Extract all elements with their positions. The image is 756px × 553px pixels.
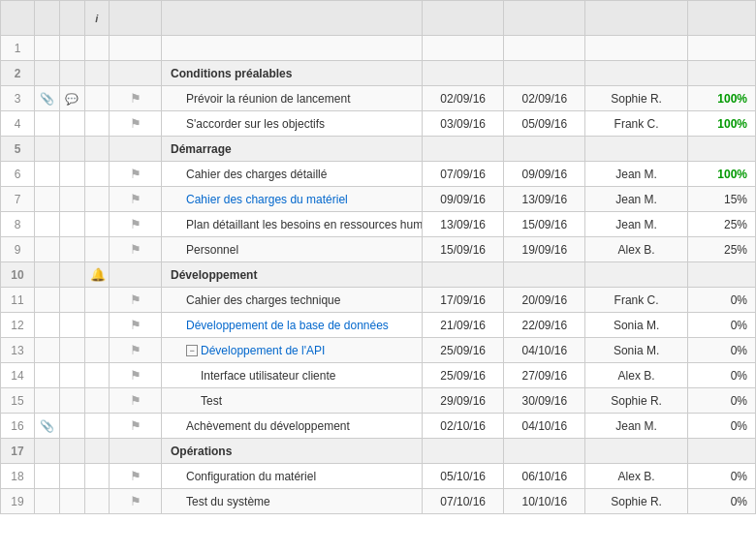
- attach-icon: [35, 313, 60, 338]
- header-assign: [585, 1, 687, 36]
- end-date: 13/09/16: [504, 187, 585, 212]
- row-number: 1: [1, 36, 35, 61]
- pct-value: 100%: [717, 168, 747, 181]
- percent-complete: 0%: [687, 288, 755, 313]
- task-label: Interface utilisateur cliente: [167, 369, 335, 383]
- assignee: [585, 137, 687, 162]
- message-icon: [59, 388, 84, 414]
- start-date: 25/09/16: [423, 338, 504, 363]
- task-label: Cahier des charges du matériel: [167, 193, 348, 206]
- message-icon: [59, 212, 84, 237]
- table-row: 11⚑Cahier des charges technique17/09/162…: [1, 288, 756, 313]
- flag-icon: ⚑: [130, 91, 142, 106]
- percent-complete: 0%: [687, 489, 755, 514]
- attach-icon: [35, 187, 60, 212]
- task-name: −Développement de l'API: [162, 338, 423, 363]
- percent-complete: 0%: [687, 338, 755, 363]
- attach-icon: [35, 212, 60, 237]
- task-name: Démarrage: [162, 137, 423, 162]
- risk-flag: ⚑: [110, 489, 162, 514]
- attach-icon: [35, 111, 60, 137]
- collapse-button[interactable]: −: [186, 345, 198, 356]
- start-date: [423, 439, 504, 464]
- table-row: 16📎⚑Achèvement du développement02/10/160…: [1, 414, 756, 439]
- task-label: Test: [167, 394, 222, 408]
- start-date: [423, 36, 504, 61]
- table-row: 15⚑Test29/09/1630/09/16Sophie R.0%: [1, 388, 756, 414]
- section-label: Développement: [167, 268, 257, 282]
- assignee: [585, 439, 687, 464]
- assignee: Sophie R.: [585, 388, 687, 414]
- pct-value: 25%: [724, 243, 747, 257]
- risk-flag: [110, 262, 162, 288]
- info-cell: [84, 111, 110, 137]
- end-date: 27/09/16: [504, 363, 585, 388]
- header-msg: [59, 1, 84, 36]
- assignee: Jean M.: [585, 212, 687, 237]
- flag-icon: ⚑: [130, 116, 142, 131]
- assignee: Alex B.: [585, 464, 687, 489]
- message-icon: [59, 363, 84, 388]
- table-row: 17Opérations: [1, 439, 756, 464]
- start-date: 02/10/16: [423, 414, 504, 439]
- row-number: 8: [1, 212, 35, 237]
- task-name: Achèvement du développement: [162, 414, 423, 439]
- assignee: Sophie R.: [585, 489, 687, 514]
- info-cell: [84, 439, 110, 464]
- task-label: Développement de la base de données: [167, 319, 389, 332]
- message-icon: [59, 61, 84, 86]
- end-date: 06/10/16: [504, 464, 585, 489]
- assignee: Jean M.: [585, 162, 687, 187]
- table-row: 6⚑Cahier des charges détaillé07/09/1609/…: [1, 162, 756, 187]
- risk-flag: ⚑: [110, 212, 162, 237]
- header-num: [1, 1, 35, 36]
- task-label: Achèvement du développement: [167, 419, 350, 433]
- assignee: [585, 262, 687, 288]
- table-row: 5Démarrage: [1, 137, 756, 162]
- task-name: S'accorder sur les objectifs: [162, 111, 423, 137]
- header-info: i: [84, 1, 110, 36]
- message-icon: [59, 162, 84, 187]
- task-label: Cahier des charges détaillé: [167, 168, 327, 181]
- end-date: [504, 61, 585, 86]
- percent-complete: [687, 36, 755, 61]
- percent-complete: [687, 137, 755, 162]
- risk-flag: [110, 61, 162, 86]
- row-number: 2: [1, 61, 35, 86]
- assignee: Jean M.: [585, 187, 687, 212]
- row-number: 18: [1, 464, 35, 489]
- info-cell: [84, 162, 110, 187]
- percent-complete: 25%: [687, 237, 755, 262]
- row-number: 16: [1, 414, 35, 439]
- percent-complete: 100%: [687, 111, 755, 137]
- attach-icon: [35, 36, 60, 61]
- row-number: 6: [1, 162, 35, 187]
- risk-flag: [110, 137, 162, 162]
- attach-icon: [35, 363, 60, 388]
- risk-flag: [110, 439, 162, 464]
- info-cell: [84, 212, 110, 237]
- attach-icon: 📎: [35, 414, 60, 439]
- task-name: Cahier des charges technique: [162, 288, 423, 313]
- info-cell: [84, 86, 110, 111]
- info-cell: [84, 414, 110, 439]
- row-number: 13: [1, 338, 35, 363]
- risk-flag: ⚑: [110, 313, 162, 338]
- start-date: [423, 262, 504, 288]
- header-pct: [687, 1, 755, 36]
- message-icon: [59, 313, 84, 338]
- task-label: Test du système: [167, 495, 270, 508]
- info-cell: [84, 388, 110, 414]
- gantt-table: i 12Conditions préalables3📎💬⚑Prévoir la …: [0, 0, 756, 514]
- start-date: 09/09/16: [423, 187, 504, 212]
- table-row: 3📎💬⚑Prévoir la réunion de lancement02/09…: [1, 86, 756, 111]
- info-cell: [84, 489, 110, 514]
- flag-icon: ⚑: [130, 217, 142, 231]
- message-icon: [59, 137, 84, 162]
- row-number: 5: [1, 137, 35, 162]
- table-row: 8⚑Plan détaillant les besoins en ressour…: [1, 212, 756, 237]
- start-date: 17/09/16: [423, 288, 504, 313]
- end-date: 02/09/16: [504, 86, 585, 111]
- row-number: 10: [1, 262, 35, 288]
- end-date: 20/09/16: [504, 288, 585, 313]
